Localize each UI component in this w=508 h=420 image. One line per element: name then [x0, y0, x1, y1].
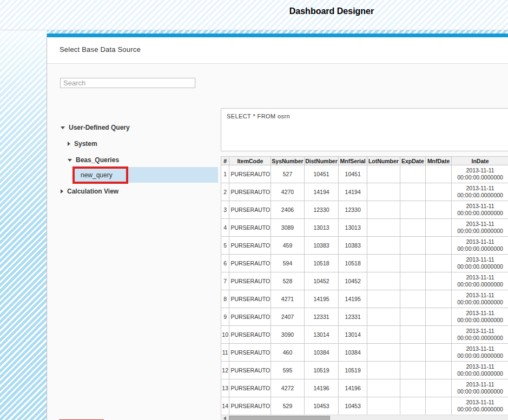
table-cell: PURSERAUTO: [229, 326, 271, 344]
table-cell: [400, 290, 425, 308]
tree-item-system[interactable]: System: [68, 139, 97, 148]
table-cell: [400, 379, 425, 397]
table-cell: [426, 237, 452, 255]
column-header[interactable]: InDate: [452, 157, 508, 165]
tree-item-user-defined-query[interactable]: User-Defined Query: [61, 123, 130, 132]
chevron-right-icon[interactable]: [61, 189, 63, 194]
table-cell: 10384: [339, 344, 367, 362]
table-cell: 2013-11-11 00:00:00.0000000: [452, 183, 508, 201]
table-cell: [367, 165, 400, 183]
table-row[interactable]: 10PURSERAUTO309013014130142013-11-11 00:…: [221, 326, 508, 344]
column-header[interactable]: ItemCode: [229, 157, 271, 165]
table-cell: [426, 326, 452, 344]
table-cell: 2013-11-11 00:00:00.0000000: [452, 308, 508, 326]
table-row[interactable]: 3PURSERAUTO240612330123302013-11-11 00:0…: [221, 201, 508, 219]
horizontal-scrollbar[interactable]: [221, 415, 508, 420]
table-cell: 12330: [304, 201, 338, 219]
table-cell: 4270: [271, 183, 305, 201]
table-cell: [426, 344, 452, 362]
table-cell: 2013-11-11 00:00:00.0000000: [452, 201, 508, 219]
table-cell: 7: [221, 272, 229, 290]
table-cell: 529: [271, 397, 305, 415]
scroll-left-arrow-icon[interactable]: [223, 416, 226, 420]
sql-preview-box[interactable]: SELECT * FROM osrn: [221, 108, 508, 151]
table-cell: 3090: [271, 326, 305, 344]
table-cell: 14: [221, 397, 229, 415]
table-cell: 2013-11-11 00:00:00.0000000: [452, 255, 508, 272]
tree-item-beas-queries[interactable]: Beas_Queries: [68, 156, 119, 164]
table-cell: [367, 326, 400, 344]
table-cell: 14195: [339, 290, 367, 308]
app-title: Dashboard Designer: [289, 6, 374, 16]
table-cell: 13013: [304, 219, 338, 237]
table-row[interactable]: 12PURSERAUTO59510519105192013-11-11 00:0…: [221, 362, 508, 379]
dialog-body: User-Defined Query System Beas_Queries n…: [47, 64, 508, 420]
column-header[interactable]: SysNumber: [271, 157, 305, 165]
chevron-down-icon[interactable]: [61, 126, 65, 129]
table-row[interactable]: 11PURSERAUTO46010384103842013-11-11 00:0…: [221, 344, 508, 362]
column-header[interactable]: DistNumber: [304, 157, 338, 165]
table-cell: 460: [271, 344, 305, 362]
table-cell: 8: [221, 290, 229, 308]
table-cell: 2013-11-11 00:00:00.0000000: [452, 272, 508, 290]
table-cell: 2013-11-11 00:00:00.0000000: [452, 344, 508, 362]
table-cell: 2407: [271, 308, 305, 326]
table-cell: PURSERAUTO: [229, 201, 271, 219]
tree-item-label: System: [74, 140, 97, 148]
table-cell: [426, 165, 452, 183]
table-cell: 2013-11-11 00:00:00.0000000: [452, 237, 508, 255]
table-cell: 13014: [304, 326, 338, 344]
table-row[interactable]: 5PURSERAUTO45910383103832013-11-11 00:00…: [221, 237, 508, 255]
search-input[interactable]: [60, 78, 195, 88]
table-cell: 12: [221, 362, 229, 379]
table-cell: 4272: [271, 379, 305, 397]
table-row[interactable]: 2PURSERAUTO427014194141942013-11-11 00:0…: [221, 183, 508, 201]
table-cell: [400, 308, 425, 326]
table-cell: 528: [271, 272, 305, 290]
table-cell: [426, 255, 452, 272]
table-row[interactable]: 9PURSERAUTO240712331123312013-11-11 00:0…: [221, 308, 508, 326]
table-row[interactable]: 6PURSERAUTO59410518105182013-11-11 00:00…: [221, 255, 508, 272]
column-header[interactable]: MnfDate: [426, 157, 452, 165]
chevron-down-icon[interactable]: [68, 159, 72, 162]
table-cell: PURSERAUTO: [229, 344, 271, 362]
table-row[interactable]: 14PURSERAUTO52910453104532013-11-11 00:0…: [221, 397, 508, 415]
tree-item-calculation-view[interactable]: Calculation View: [61, 187, 118, 196]
table-row[interactable]: 1PURSERAUTO52710451104512013-11-11 00:00…: [221, 165, 508, 183]
tree-item-label: Beas_Queries: [76, 156, 119, 164]
table-row[interactable]: 7PURSERAUTO52810452104522013-11-11 00:00…: [221, 272, 508, 290]
table-cell: 4271: [271, 290, 305, 308]
column-header[interactable]: MnfSerial: [339, 157, 367, 165]
tree-item-new-query[interactable]: new_query: [74, 167, 218, 183]
table-cell: [400, 272, 425, 290]
table-cell: 2013-11-11 00:00:00.0000000: [452, 290, 508, 308]
table-cell: 527: [271, 165, 305, 183]
table-cell: [367, 344, 400, 362]
table-row[interactable]: 4PURSERAUTO308913013130132013-11-11 00:0…: [221, 219, 508, 237]
table-cell: 10383: [339, 237, 367, 255]
table-cell: PURSERAUTO: [229, 290, 271, 308]
scrollbar-thumb[interactable]: [229, 416, 330, 420]
table-row[interactable]: 8PURSERAUTO427114195141952013-11-11 00:0…: [221, 290, 508, 308]
table-cell: [400, 326, 425, 344]
table-cell: 13014: [339, 326, 367, 344]
table-cell: 14196: [339, 379, 367, 397]
table-cell: PURSERAUTO: [229, 237, 271, 255]
table-cell: 2013-11-11 00:00:00.0000000: [452, 326, 508, 344]
chevron-right-icon[interactable]: [68, 142, 70, 146]
column-header[interactable]: ExpDate: [400, 157, 425, 165]
column-header[interactable]: #: [221, 157, 229, 165]
app-titlebar: Dashboard Designer: [0, 0, 508, 30]
table-cell: 459: [271, 237, 305, 255]
table-cell: [367, 201, 400, 219]
table-cell: PURSERAUTO: [229, 272, 271, 290]
table-cell: 10518: [339, 255, 367, 272]
table-cell: 10453: [304, 397, 338, 415]
table-cell: [426, 362, 452, 379]
table-cell: 10451: [304, 165, 338, 183]
table-cell: [426, 308, 452, 326]
column-header[interactable]: LotNumber: [367, 157, 400, 165]
table-row[interactable]: 13PURSERAUTO427214196141962013-11-11 00:…: [221, 379, 508, 397]
table-cell: 594: [271, 255, 305, 272]
table-cell: [367, 183, 400, 201]
